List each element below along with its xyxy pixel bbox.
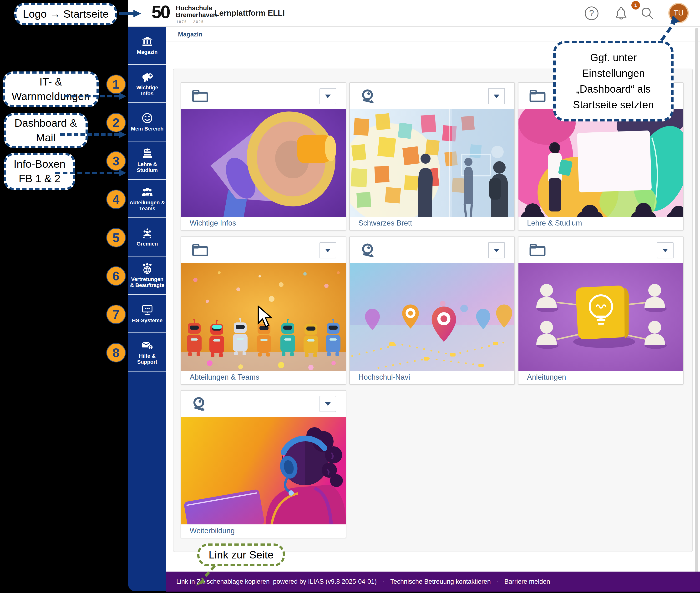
sidebar: Magazin Wichtige Infos Mein Bereich Lehr… <box>128 27 166 591</box>
footer-separator: · <box>380 578 387 585</box>
sidebar-item-label: HS-Systeme <box>131 317 164 323</box>
smiley-icon <box>142 113 153 124</box>
annotation-number-4: 4 <box>106 190 126 209</box>
annotation-number-7: 7 <box>106 305 126 324</box>
sidebar-item-label: Gremien <box>135 241 159 247</box>
sidebar-item-wichtige-infos[interactable]: Wichtige Infos <box>128 66 166 103</box>
annotation-arrow-settings <box>653 14 684 43</box>
annotation-text-line2: Mail <box>36 130 56 145</box>
search-icon[interactable] <box>639 5 655 21</box>
annotation-number-6: 6 <box>106 266 126 286</box>
megaphone-illustration <box>181 109 346 217</box>
card-actions-dropdown[interactable] <box>488 242 505 259</box>
people-group-icon <box>142 187 153 197</box>
sidebar-item-magazin[interactable]: Magazin <box>128 27 166 65</box>
card-image-abteilungen-teams[interactable] <box>181 263 346 371</box>
university-logo[interactable]: 50 <box>151 1 170 22</box>
annotation-text: Link zur Seite <box>209 548 274 562</box>
sidebar-item-label: Wichtige Infos <box>128 84 166 96</box>
weblink-icon <box>361 89 375 103</box>
annotation-arrow-3 <box>55 172 119 174</box>
sidebar-item-abteilungen-teams[interactable]: Abteilungen & Teams <box>128 181 166 218</box>
card-image-anleitungen[interactable] <box>518 263 683 371</box>
notifications-bell-icon[interactable] <box>613 5 629 21</box>
card-hochschul-navi: Hochschul-Navi <box>349 236 515 385</box>
card-actions-dropdown[interactable] <box>320 88 336 104</box>
sidebar-item-vertretungen[interactable]: Vertretungen & Beauftragte <box>128 257 166 295</box>
folder-icon <box>192 89 208 103</box>
top-bar: 50 Hochschule Bremerhaven 1975 – 2025 Le… <box>128 0 700 27</box>
card-actions-dropdown[interactable] <box>320 396 336 412</box>
card-image-hochschul-navi[interactable] <box>350 263 514 371</box>
annotation-number-2: 2 <box>106 113 126 132</box>
annotation-number-1: 1 <box>106 75 126 94</box>
annotation-number-5: 5 <box>106 228 126 247</box>
sidebar-item-label: Lehre & Studium <box>128 161 166 173</box>
folder-icon <box>192 243 208 257</box>
footer-copy-link[interactable]: Link in Zwischenablage kopieren <box>176 578 270 585</box>
card-wichtige-infos: Wichtige Infos <box>181 82 346 231</box>
annotation-infoboxen: Info-Boxen FB 1 & 2 <box>4 153 75 190</box>
books-icon <box>142 148 153 159</box>
breadcrumb[interactable]: Magazin <box>178 28 202 40</box>
sidebar-item-hs-systeme[interactable]: HS-Systeme <box>128 295 166 333</box>
megaphone-icon <box>142 72 153 82</box>
weblink-icon <box>361 243 375 257</box>
university-logo-name[interactable]: Hochschule Bremerhaven <box>176 5 217 18</box>
card-image-schwarzes-brett[interactable] <box>350 109 514 217</box>
logo-years: 1975 – 2025 <box>176 19 204 24</box>
sidebar-item-label: Magazin <box>136 49 159 55</box>
sidebar-item-lehre-studium[interactable]: Lehre & Studium <box>128 142 166 180</box>
bank-icon <box>142 36 153 47</box>
logo-name-line1: Hochschule <box>176 5 217 12</box>
annotation-settings-note: Ggf. unter Einstellungen „Dashboard“ als… <box>553 41 673 121</box>
card-title[interactable]: Lehre & Studium <box>518 216 683 230</box>
card-weiterbildung: Weiterbildung <box>181 390 346 538</box>
help-icon[interactable]: ? <box>584 5 599 21</box>
mail-help-icon: ? <box>142 340 153 351</box>
footer-powered-by: powered by ILIAS (v9.8 2025-04-01) <box>273 578 377 585</box>
weblink-icon <box>192 397 206 410</box>
svg-text:?: ? <box>589 8 594 18</box>
annotation-text-line2: FB 1 & 2 <box>19 171 60 186</box>
annotation-logo-note: Logo → Startseite <box>14 3 117 25</box>
sidebar-item-gremien[interactable]: Gremien <box>128 219 166 256</box>
card-title[interactable]: Weiterbildung <box>181 524 346 538</box>
sidebar-item-label: Mein Bereich <box>130 126 165 132</box>
annotation-dashboard-mail: Dashboard & Mail <box>4 113 88 148</box>
annotation-text-line1: Dashboard & <box>14 116 77 130</box>
annotation-text: Logo → Startseite <box>23 7 109 22</box>
card-image-weiterbildung[interactable] <box>181 417 346 524</box>
card-image-wichtige-infos[interactable] <box>181 109 346 217</box>
notification-count-badge: 1 <box>631 1 640 9</box>
chevron-down-icon <box>494 249 500 252</box>
sidebar-item-mein-bereich[interactable]: Mein Bereich <box>128 104 166 142</box>
lightbulb-illustration <box>518 263 683 371</box>
card-title[interactable]: Schwarzes Brett <box>350 216 514 230</box>
vertical-scrollbar[interactable] <box>695 28 698 591</box>
page: 50 Hochschule Bremerhaven 1975 – 2025 Le… <box>0 0 700 593</box>
card-title[interactable]: Anleitungen <box>518 370 683 384</box>
chevron-down-icon <box>325 249 331 252</box>
annotation-arrow-logo <box>119 12 134 15</box>
mouse-cursor <box>257 306 274 328</box>
card-title[interactable]: Wichtige Infos <box>181 216 346 230</box>
card-title[interactable]: Abteilungen & Teams <box>181 370 346 384</box>
chevron-down-icon <box>325 402 331 406</box>
footer-report-link[interactable]: Barriere melden <box>504 578 550 585</box>
card-schwarzes-brett: Schwarzes Brett <box>349 82 515 231</box>
annotation-arrow-link <box>192 565 221 587</box>
card-actions-dropdown[interactable] <box>320 242 336 259</box>
annotation-number-8: 8 <box>106 343 126 362</box>
globe-people-icon <box>142 263 153 274</box>
card-actions-dropdown[interactable] <box>657 242 673 259</box>
chevron-down-icon <box>662 249 668 252</box>
card-image-lehre-studium[interactable] <box>518 109 683 217</box>
card-actions-dropdown[interactable] <box>488 88 505 104</box>
committee-icon <box>142 228 153 239</box>
folder-icon <box>529 243 546 257</box>
card-abteilungen-teams: Abteilungen & Teams <box>181 236 346 385</box>
sidebar-item-hilfe-support[interactable]: ? Hilfe & Support <box>128 334 166 371</box>
card-title[interactable]: Hochschul-Navi <box>350 370 514 384</box>
footer-support-link[interactable]: Technische Betreuung kontaktieren <box>390 578 491 585</box>
